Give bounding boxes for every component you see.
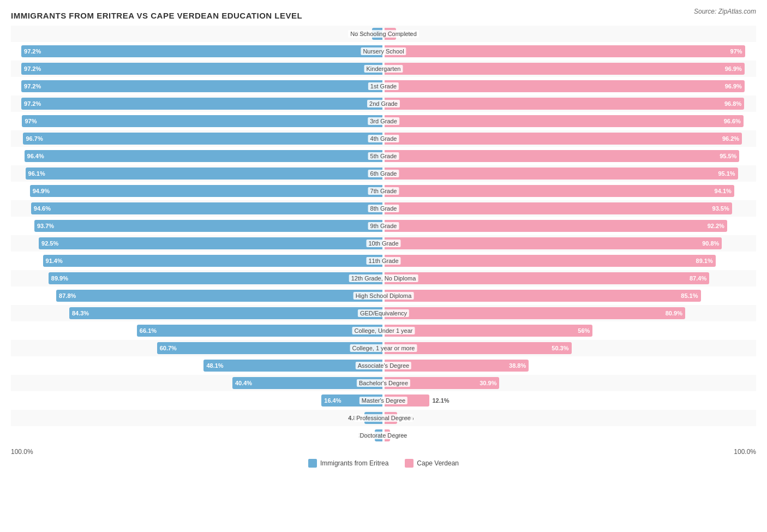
right-section: 96.9% (384, 61, 756, 76)
bar-pink (385, 394, 429, 407)
right-value: 89.1% (696, 258, 716, 264)
chart-container: IMMIGRANTS FROM ERITREA VS CAPE VERDEAN … (0, 0, 767, 489)
bar-row: 4.8% Professional Degree 3.4% (11, 410, 756, 426)
right-section: 85.1% (384, 288, 756, 303)
left-section: 97.2% (11, 96, 384, 111)
right-section: 94.1% (384, 183, 756, 199)
right-section: 96.9% (384, 79, 756, 94)
right-value: 85.1% (681, 292, 700, 299)
bar-blue: 96.1% (26, 168, 382, 180)
chart-area: 2.8% No Schooling Completed 3.1% (11, 26, 756, 444)
left-section: 48.1% (11, 358, 384, 373)
left-section: 2.8% (11, 26, 384, 41)
left-value: 87.8% (56, 292, 76, 299)
bar-blue (364, 412, 382, 424)
left-section: 92.5% (11, 236, 384, 251)
left-section: 96.4% (11, 148, 384, 164)
left-section: 60.7% (11, 340, 384, 356)
bar-pink: 96.2% (385, 133, 742, 145)
bar-row: 91.4% 11th Grade 89.1% (11, 253, 756, 269)
bar-row-inner: 96.7% 4th Grade 96.2% (11, 131, 756, 146)
bar-row: 2.1% Doctorate Degree 1.4% (11, 427, 756, 444)
left-section: 93.7% (11, 218, 384, 234)
bar-row: 97.2% Nursery School 97% (11, 43, 756, 59)
bar-row: 97.2% Kindergarten 96.9% (11, 61, 756, 77)
bar-blue: 97.2% (21, 80, 382, 92)
bar-row-inner: 40.4% Bachelor's Degree 30.9% (11, 375, 756, 391)
bar-blue: 60.7% (157, 342, 382, 354)
bottom-labels: 100.0% 100.0% (11, 448, 756, 456)
bar-blue: 94.9% (30, 185, 382, 197)
bar-blue: 91.4% (43, 255, 382, 267)
left-value: 66.1% (137, 327, 157, 334)
left-section: 2.1% (11, 428, 384, 443)
right-value: 90.8% (702, 240, 722, 247)
bar-pink: 50.3% (385, 342, 572, 354)
left-section: 97.2% (11, 61, 384, 76)
right-value: 50.3% (552, 345, 571, 351)
bar-pink: 38.8% (385, 360, 529, 372)
right-section: 96.2% (384, 131, 756, 146)
right-section: 1.4% (384, 428, 756, 443)
right-section: 96.8% (384, 96, 756, 111)
right-section: 50.3% (384, 340, 756, 356)
bar-row: 94.9% 7th Grade 94.1% (11, 183, 756, 199)
bar-row: 89.9% 12th Grade, No Diploma 87.4% (11, 270, 756, 286)
bar-pink: 96.9% (385, 63, 745, 75)
right-value: 95.5% (720, 153, 739, 159)
right-section: 93.5% (384, 201, 756, 216)
left-section: 97.2% (11, 79, 384, 94)
bar-pink: 94.1% (385, 185, 734, 197)
legend-blue-swatch (308, 459, 317, 468)
left-section: 16.4% (11, 393, 384, 408)
right-section: 95.1% (384, 166, 756, 181)
left-section: 96.7% (11, 131, 384, 146)
left-section: 89.9% (11, 271, 384, 286)
bar-blue: 97.2% (21, 45, 382, 57)
right-value: 96.2% (722, 135, 742, 142)
bar-row: 96.4% 5th Grade 95.5% (11, 148, 756, 164)
bar-blue: 66.1% (137, 325, 382, 337)
bar-blue: 97% (22, 115, 382, 127)
bar-pink: 80.9% (385, 307, 685, 319)
bar-row: 97% 3rd Grade 96.6% (11, 113, 756, 129)
bar-row-inner: 97.2% 2nd Grade 96.8% (11, 96, 756, 111)
bar-row-inner: 97.2% Kindergarten 96.9% (11, 61, 756, 76)
bar-blue: 16.4% (321, 394, 382, 407)
bar-pink: 56% (385, 325, 592, 337)
right-value: 80.9% (666, 310, 685, 316)
bar-row-inner: 16.4% Master's Degree 12.1% (11, 393, 756, 408)
bar-pink: 96.6% (385, 115, 744, 127)
right-section: 30.9% (384, 375, 756, 391)
left-value-outside: 2.1% (358, 432, 375, 439)
left-value: 97.2% (21, 100, 41, 107)
bar-blue: 40.4% (232, 377, 382, 389)
bar-pink: 97% (385, 45, 745, 57)
left-value: 97% (22, 118, 37, 124)
right-value: 30.9% (480, 380, 499, 386)
left-value: 94.6% (31, 205, 51, 212)
bar-blue: 92.5% (39, 237, 382, 249)
right-section: 92.2% (384, 218, 756, 234)
right-value: 87.4% (690, 275, 709, 282)
bar-pink: 92.2% (385, 220, 727, 232)
left-value: 93.7% (34, 223, 54, 229)
right-section: 80.9% (384, 306, 756, 321)
left-value: 40.4% (232, 380, 252, 386)
bar-row-inner: 2.1% Doctorate Degree 1.4% (11, 428, 756, 443)
bar-row-inner: 93.7% 9th Grade 92.2% (11, 218, 756, 234)
bar-row-inner: 84.3% GED/Equivalency 80.9% (11, 306, 756, 321)
bar-row-inner: 97.2% Nursery School 97% (11, 44, 756, 59)
right-section: 95.5% (384, 148, 756, 164)
bar-blue: 97.2% (21, 63, 382, 75)
left-value: 16.4% (321, 397, 341, 404)
left-section: 96.1% (11, 166, 384, 181)
bar-row-inner: 91.4% 11th Grade 89.1% (11, 253, 756, 268)
bar-blue: 96.4% (25, 150, 382, 162)
left-value: 94.9% (30, 188, 50, 194)
bar-pink: 89.1% (385, 255, 716, 267)
bar-row: 66.1% College, Under 1 year 56% (11, 322, 756, 339)
bar-row: 87.8% High School Diploma 85.1% (11, 288, 756, 304)
right-section: 87.4% (384, 271, 756, 286)
left-value: 96.4% (25, 153, 44, 159)
